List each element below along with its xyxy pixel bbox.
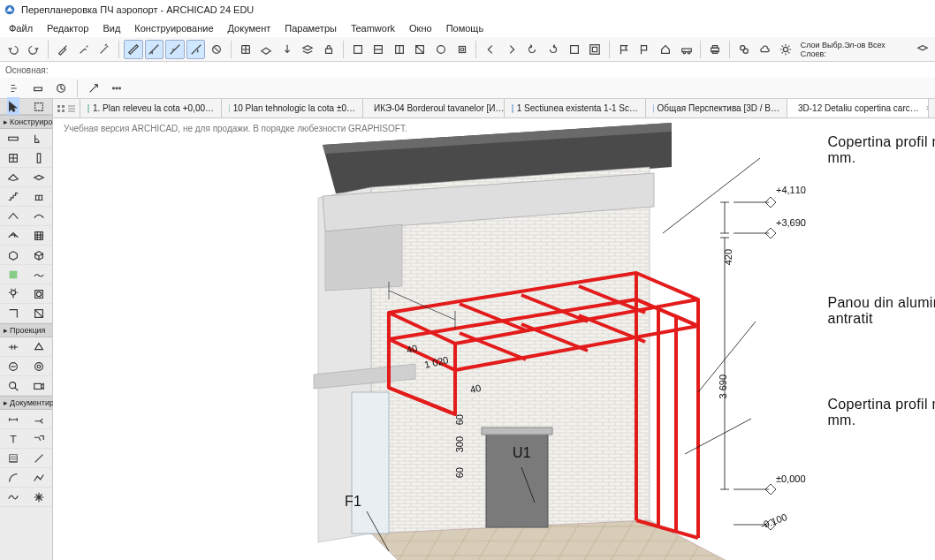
morph-tool[interactable]	[0, 246, 27, 265]
menu-window[interactable]: Окно	[402, 21, 439, 35]
opening-tool[interactable]	[27, 284, 53, 304]
rotate-left-button[interactable]	[523, 40, 543, 59]
roof-tool[interactable]	[0, 207, 27, 226]
elevation-tool[interactable]	[27, 337, 53, 357]
spline-tool[interactable]	[0, 488, 27, 507]
guide-button[interactable]	[145, 40, 164, 59]
group-view-header[interactable]: ▸Проекция	[0, 323, 52, 337]
group-doc-header[interactable]: ▸Документиро	[0, 396, 52, 410]
info-arrow[interactable]	[84, 79, 103, 98]
car-button[interactable]	[677, 40, 696, 59]
menu-options[interactable]: Параметры	[277, 21, 344, 35]
edit-plane-button[interactable]	[256, 40, 276, 59]
menu-file[interactable]: Файл	[2, 21, 40, 35]
label-tool[interactable]	[27, 429, 53, 449]
corner-tool[interactable]	[0, 304, 27, 323]
line-tool[interactable]	[27, 449, 53, 468]
tab-plan-releveu[interactable]: 1. Plan releveu la cota +0,00…	[80, 99, 222, 117]
zone-tool[interactable]	[0, 265, 27, 284]
column-tool[interactable]	[27, 148, 53, 168]
menu-document[interactable]: Документ	[221, 21, 278, 35]
gravity-button[interactable]	[277, 40, 297, 59]
polyline-tool[interactable]	[27, 468, 53, 488]
rotate-right-button[interactable]	[544, 40, 563, 59]
info-tool2[interactable]	[28, 79, 48, 98]
menu-help[interactable]: Помощь	[439, 21, 491, 35]
profile-tool[interactable]	[27, 304, 53, 323]
tool-f-button[interactable]	[452, 40, 472, 59]
window-tool[interactable]	[0, 148, 27, 168]
layer-dropdown-button[interactable]	[913, 40, 932, 59]
worksheet-tool[interactable]	[27, 357, 53, 376]
railing-tool[interactable]	[27, 187, 53, 207]
lamp-tool[interactable]	[0, 284, 27, 304]
detail-tool[interactable]	[0, 376, 27, 396]
flag2-button[interactable]	[635, 40, 655, 59]
tool-d-button[interactable]	[411, 40, 430, 59]
layers-button[interactable]	[299, 40, 318, 59]
arc-tool[interactable]	[0, 468, 27, 488]
print-button[interactable]	[705, 40, 725, 59]
fill-tool[interactable]	[0, 449, 27, 468]
beam-tool[interactable]	[0, 168, 27, 187]
info-tool3[interactable]	[51, 79, 71, 98]
redo-button[interactable]	[25, 40, 44, 59]
arrow-left-button[interactable]	[481, 40, 500, 59]
interior-tool[interactable]	[0, 357, 27, 376]
tab-detaliu-copertina[interactable]: 3D-12 Detaliu copertina carc…×	[787, 99, 929, 117]
object-tool[interactable]	[27, 246, 53, 265]
stair-tool[interactable]	[0, 187, 27, 207]
tab-perspectiva[interactable]: Общая Перспектива [3D / В…	[646, 99, 787, 117]
tool-c-button[interactable]	[390, 40, 409, 59]
menu-teamwork[interactable]: Teamwork	[344, 21, 402, 35]
shell-tool[interactable]	[27, 207, 53, 226]
tab-plan-tehnologic[interactable]: 10 Plan tehnologic la cota ±0…	[222, 99, 363, 117]
info-dots[interactable]	[107, 79, 126, 98]
arrow-tool[interactable]	[7, 97, 19, 117]
undo-button[interactable]	[4, 40, 23, 59]
snap2-button[interactable]	[186, 40, 206, 59]
hotspot-tool[interactable]	[27, 488, 53, 507]
lock-button[interactable]	[319, 40, 338, 59]
snap-button[interactable]	[165, 40, 185, 59]
skylight-tool[interactable]	[0, 226, 27, 246]
home-button[interactable]	[656, 40, 675, 59]
tab-borderoul[interactable]: ИКЭ-04 Borderoul tavanelor [И…	[363, 99, 505, 117]
group-design-header[interactable]: ▸Конструиров	[0, 115, 52, 129]
tab-interaction-center[interactable]: [Центр Взаимодействия]	[929, 99, 935, 117]
menu-edit[interactable]: Редактор	[40, 21, 95, 35]
level-tool[interactable]	[27, 410, 53, 429]
menu-view[interactable]: Вид	[95, 21, 127, 35]
camera-tool[interactable]	[27, 376, 53, 396]
flag-button[interactable]	[614, 40, 634, 59]
info-tool1[interactable]	[5, 79, 25, 98]
door-tool[interactable]	[27, 129, 53, 148]
eyedropper-button[interactable]	[53, 40, 72, 59]
section-tool[interactable]	[0, 337, 27, 357]
suspend-button[interactable]	[207, 40, 226, 59]
mesh-tool[interactable]	[27, 265, 53, 284]
tab-sectiunea[interactable]: 1 Sectiunea existenta 1-1 Sc…	[505, 99, 646, 117]
fit-button[interactable]	[585, 40, 604, 59]
wall-tool[interactable]	[0, 129, 27, 148]
syringe-button[interactable]	[74, 40, 94, 59]
viewport-3d[interactable]: Учебная версия ARCHICAD, не для продажи.…	[53, 118, 935, 560]
dim-tool[interactable]	[0, 410, 27, 429]
curtain-tool[interactable]	[27, 226, 53, 246]
tool-e-button[interactable]	[431, 40, 451, 59]
menu-design[interactable]: Конструирование	[127, 21, 220, 35]
text-tool[interactable]	[0, 429, 27, 449]
magic-wand-button[interactable]	[95, 40, 114, 59]
arrow-right-button[interactable]	[502, 40, 521, 59]
grid-button[interactable]	[236, 40, 255, 59]
marquee-tool[interactable]	[33, 97, 45, 117]
tool-a-button[interactable]	[348, 40, 368, 59]
measure-button[interactable]	[734, 40, 754, 59]
gear-button[interactable]	[776, 40, 795, 59]
cloud-button[interactable]	[755, 40, 774, 59]
ruler-button[interactable]	[124, 40, 143, 59]
slab-tool[interactable]	[27, 168, 53, 187]
home-view-button[interactable]	[565, 40, 584, 59]
tool-b-button[interactable]	[369, 40, 388, 59]
layer-selector[interactable]: Слои Выбр.Эл-ов Всех Слоев:	[801, 41, 911, 58]
